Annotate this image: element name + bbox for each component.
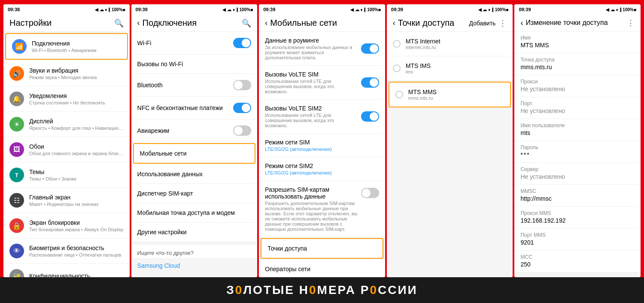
network-mode-sim2-item[interactable]: Режим сети SIM2 LTE/3G/2G (автоподключен… (259, 157, 385, 181)
settings-item-privacy[interactable]: 🔐 Конфиденциальность (3, 264, 130, 277)
settings-item-lockscreen[interactable]: 🔒 Экран блокировки Тип блокировки экрана… (3, 213, 130, 239)
header-left-4: ‹ Точки доступа (393, 18, 454, 28)
back-button-2[interactable]: ‹ (137, 18, 140, 28)
sound-icon: 🔊 (9, 66, 24, 81)
search-icon-1[interactable]: 🔍 (114, 18, 124, 28)
nfc-item[interactable]: NFC и бесконтактные платежи (131, 97, 258, 119)
volte-sim2-row: Вызовы VoLTE SIM2 Использование сетей LT… (265, 105, 379, 128)
roaming-toggle[interactable] (361, 43, 379, 54)
add-button-4[interactable]: Добавить (469, 20, 496, 27)
nfc-toggle[interactable] (233, 103, 251, 113)
phone-4: 09:39 ◀ ☁ ♦ ‖ 100%■ ‹ Точки доступа Доба… (387, 4, 513, 277)
item-sub-homescreen: Макет • Индикаторы на значках (29, 202, 124, 207)
wifi-item[interactable]: Wi-Fi (131, 32, 258, 55)
field-name-value: MTS MMS (520, 42, 635, 49)
volte-sim2-item[interactable]: Вызовы VoLTE SIM2 Использование сетей LT… (259, 100, 385, 134)
bluetooth-label: Bluetooth (137, 82, 163, 89)
field-server[interactable]: Сервер Не установлено (514, 163, 641, 185)
settings-item-connections[interactable]: 📶 Подключения Wi-Fi • Bluetooth • Авиаре… (5, 33, 128, 60)
footer-highlight-1: 0 (309, 283, 317, 297)
wifi-icon: 📶 (12, 39, 27, 54)
item-sub-display: Яркость • Комфорт для глаз • Навигационн… (29, 125, 124, 131)
field-mms-port[interactable]: Порт MMS 9201 (514, 229, 641, 251)
other-settings-label: Другие настройки (137, 229, 187, 236)
search-hint: Ищете что-то другое? (131, 245, 258, 259)
volte-sim1-toggle[interactable] (361, 77, 379, 88)
field-mmsc[interactable]: MMSC http://mmsc (514, 185, 641, 207)
screen-content-5: Имя MTS MMS Точка доступа mms.mts.ru Про… (514, 31, 641, 277)
volte-sim1-text: Вызовы VoLTE SIM Использование сетей LTE… (265, 71, 358, 94)
field-password-value: *** (520, 151, 635, 158)
samsung-cloud-link[interactable]: Samsung Cloud (131, 259, 258, 272)
field-apn-label: Точка доступа (520, 57, 635, 63)
mobile-networks-item[interactable]: Мобильные сети (133, 143, 256, 164)
item-label-wallpaper: Обои (29, 143, 124, 150)
network-operators-item[interactable]: Операторы сети (259, 260, 385, 277)
search-icon-2[interactable]: 🔍 (242, 18, 251, 28)
screen-content-4: MTS Internet internet.mts.ru MTS IMS ims… (387, 32, 513, 277)
settings-item-themes[interactable]: T Темы Темы • Обои • Значки (3, 162, 130, 188)
phone-5: 09:39 ◀ ☁ ♦ ‖ 100%■ ‹ Изменение точки до… (514, 4, 641, 277)
screen-header-5: ‹ Изменение точки доступа ⋮ (514, 15, 641, 31)
toggle-knob-wifi (242, 39, 250, 47)
ap-mts-internet[interactable]: MTS Internet internet.mts.ru (387, 32, 513, 56)
settings-item-wallpaper[interactable]: 🖼 Обои Обои для главного экрана и экрана… (3, 137, 130, 162)
network-mode-sim1-item[interactable]: Режим сети SIM LTE/3G/2G (автоподключени… (259, 134, 385, 157)
field-username[interactable]: Имя пользователя mts (514, 119, 641, 141)
field-mms-proxy[interactable]: Прокси MMS 192.168.192.192 (514, 207, 641, 229)
sim-manager-item[interactable]: Диспетчер SIM-карт (131, 184, 258, 203)
bluetooth-toggle[interactable] (233, 80, 251, 90)
more-icon-4[interactable]: ⋮ (499, 18, 507, 28)
status-icons-2: ◀ ☁ ♦ ‖ 100%■ (222, 7, 253, 12)
field-apn[interactable]: Точка доступа mms.mts.ru (514, 53, 641, 75)
field-password[interactable]: Пароль *** (514, 141, 641, 163)
more-icon-5[interactable]: ⋮ (627, 18, 635, 28)
volte-sim2-sub: Использование сетей LTE для совершения в… (265, 113, 358, 128)
item-label-homescreen: Главный экран (29, 194, 124, 201)
bluetooth-item[interactable]: Bluetooth (131, 74, 258, 97)
volte-sim1-row: Вызовы VoLTE SIM Использование сетей LTE… (265, 71, 379, 94)
access-points-item[interactable]: Точки доступа (261, 238, 383, 259)
sim-data-allow-item[interactable]: Разрешить SIM-картам использовать данные… (259, 181, 385, 237)
item-sub-connections: Wi-Fi • Bluetooth • Авиарежим (32, 48, 121, 53)
volte-sim1-item[interactable]: Вызовы VoLTE SIM Использование сетей LTE… (259, 66, 385, 100)
back-button-3[interactable]: ‹ (265, 18, 267, 28)
header-actions-1: 🔍 (114, 18, 124, 28)
field-mcc-label: MCC (520, 254, 635, 260)
hotspot-item[interactable]: Мобильная точка доступа и модем (131, 203, 258, 223)
field-proxy[interactable]: Прокси Не установлено (514, 75, 641, 97)
field-mcc[interactable]: MCC 250 (514, 251, 641, 272)
network-mode-sim1-label: Режим сети SIM (265, 139, 379, 146)
ap-mts-ims[interactable]: MTS IMS ims (387, 56, 513, 81)
ap-mts-mms[interactable]: MTS MMS mms.mts.ru (389, 82, 511, 107)
settings-item-sound[interactable]: 🔊 Звуки и вибрация Режим звука • Мелодия… (3, 61, 130, 86)
ap-radio-mts-mms (395, 91, 403, 98)
roaming-item[interactable]: Данные в роуминге За использование мобил… (259, 32, 385, 66)
wifi-toggle[interactable] (233, 38, 251, 48)
settings-item-homescreen[interactable]: ☷ Главный экран Макет • Индикаторы на зн… (3, 188, 130, 213)
item-label-privacy: Конфиденциальность (29, 272, 124, 277)
field-name[interactable]: Имя MTS MMS (514, 31, 641, 53)
settings-item-display[interactable]: ☀ Дисплей Яркость • Комфорт для глаз • Н… (3, 112, 130, 137)
item-text-privacy: Конфиденциальность (29, 272, 124, 277)
field-mmsc-value: http://mmsc (520, 195, 635, 202)
settings-item-notifications[interactable]: 🔔 Уведомления Строка состояния • Не бесп… (3, 86, 130, 112)
page-title-3: Мобильные сети (270, 18, 337, 28)
field-mms-proxy-label: Прокси MMS (520, 210, 635, 216)
back-button-4[interactable]: ‹ (393, 18, 395, 28)
ap-name-mts-internet: MTS Internet (406, 38, 507, 45)
airplane-toggle[interactable] (233, 125, 251, 136)
other-settings-item[interactable]: Другие настройки (131, 223, 258, 242)
ap-radio-mts-internet (393, 40, 401, 48)
sim-data-allow-toggle[interactable] (361, 188, 379, 198)
settings-item-biometrics[interactable]: 👁 Биометрия и безопасность Распознавание… (3, 239, 130, 264)
data-usage-item[interactable]: Использование данных (131, 165, 258, 184)
back-button-5[interactable]: ‹ (520, 18, 523, 28)
location-link[interactable]: Локация (131, 272, 258, 277)
wifi-calls-label: Вызовы по Wi-Fi (137, 61, 183, 67)
field-port[interactable]: Порт Не установлено (514, 97, 641, 119)
ap-sub-mts-mms: mms.mts.ru (408, 95, 504, 101)
volte-sim2-toggle[interactable] (361, 111, 379, 122)
wifi-calls-item[interactable]: Вызовы по Wi-Fi (131, 55, 258, 74)
airplane-item[interactable]: Авиарежим (131, 119, 258, 142)
